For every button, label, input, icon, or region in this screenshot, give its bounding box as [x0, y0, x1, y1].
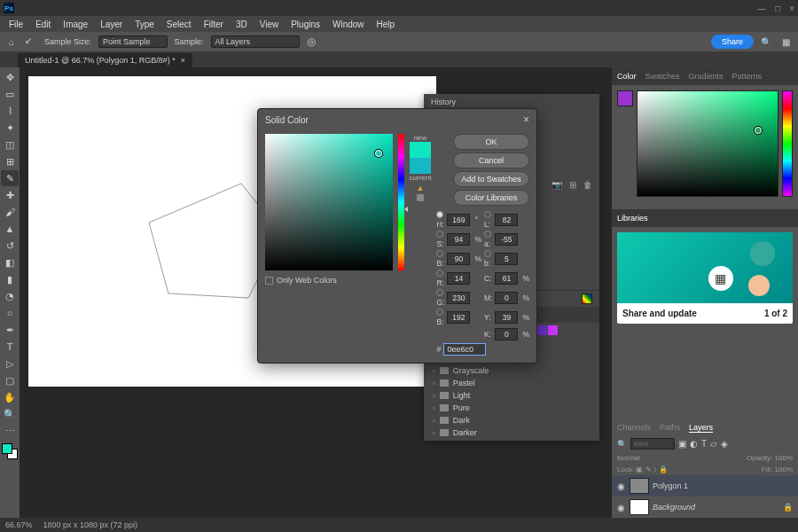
- visibility-icon[interactable]: ◉: [617, 481, 626, 491]
- menu-file[interactable]: File: [4, 18, 28, 31]
- path-tool[interactable]: ▷: [1, 356, 19, 372]
- marquee-tool[interactable]: ▭: [1, 86, 19, 102]
- library-card[interactable]: ▦ Share and update 1 of 2: [617, 232, 793, 324]
- menu-3d[interactable]: 3D: [231, 18, 253, 31]
- menu-window[interactable]: Window: [327, 18, 370, 31]
- edit-toolbar[interactable]: ⋯: [1, 423, 19, 439]
- filter-smart-icon[interactable]: ◈: [721, 439, 728, 449]
- swatch[interactable]: [548, 325, 558, 335]
- hue-slider[interactable]: [398, 134, 404, 270]
- layer-thumbnail[interactable]: [630, 478, 649, 494]
- menu-edit[interactable]: Edit: [30, 18, 56, 31]
- foreground-background-colors[interactable]: [2, 443, 18, 459]
- search-icon[interactable]: 🔍: [617, 440, 627, 449]
- document-tab[interactable]: Untitled-1 @ 66.7% (Polygon 1, RGB/8#) *…: [18, 53, 192, 67]
- gradient-tool[interactable]: ▮: [1, 271, 19, 287]
- hand-tool[interactable]: ✋: [1, 389, 19, 405]
- swatch-folder[interactable]: ›Light: [424, 389, 599, 402]
- fill-value[interactable]: 100%: [775, 466, 793, 473]
- close-window-button[interactable]: ×: [789, 4, 794, 13]
- lock-icon[interactable]: 🔒: [783, 503, 793, 512]
- tab-layers[interactable]: Layers: [689, 423, 713, 433]
- tab-channels[interactable]: Channels: [617, 423, 651, 432]
- crop-tool[interactable]: ◫: [1, 137, 19, 153]
- minimize-button[interactable]: —: [757, 4, 766, 13]
- color-libraries-button[interactable]: Color Libraries: [453, 190, 529, 206]
- zoom-level[interactable]: 66.67%: [5, 520, 33, 529]
- brush-tool[interactable]: 🖌: [1, 204, 19, 220]
- pen-tool[interactable]: ✒: [1, 322, 19, 338]
- visibility-icon[interactable]: ◉: [617, 503, 626, 512]
- type-tool[interactable]: T: [1, 339, 19, 355]
- tab-history[interactable]: History: [431, 98, 456, 106]
- hue-cursor[interactable]: [404, 207, 408, 212]
- menu-type[interactable]: Type: [129, 18, 160, 31]
- filter-type-icon[interactable]: T: [701, 439, 707, 449]
- layer-row[interactable]: ◉ Background 🔒: [612, 497, 798, 518]
- tab-paths[interactable]: Paths: [660, 423, 680, 432]
- ok-button[interactable]: OK: [453, 134, 529, 150]
- eyedropper-tool-icon[interactable]: ↙: [25, 35, 37, 48]
- g-radio[interactable]: [436, 289, 443, 296]
- swatch-folder[interactable]: ›Grayscale: [424, 364, 599, 377]
- b-radio[interactable]: [436, 250, 443, 257]
- cancel-button[interactable]: Cancel: [453, 153, 529, 168]
- blend-mode-select[interactable]: Normal: [617, 454, 640, 462]
- s-input[interactable]: [447, 233, 470, 246]
- s-radio[interactable]: [436, 231, 443, 238]
- color-field-cursor[interactable]: [755, 127, 762, 134]
- tab-swatches[interactable]: Swatches: [645, 72, 680, 81]
- m-input[interactable]: [495, 292, 518, 304]
- layer-name[interactable]: Background: [653, 503, 695, 512]
- web-safe-warning-icon[interactable]: [417, 194, 424, 201]
- r-input[interactable]: [447, 272, 470, 285]
- menu-view[interactable]: View: [254, 18, 285, 31]
- h-radio[interactable]: [436, 211, 443, 218]
- tab-patterns[interactable]: Patterns: [732, 72, 763, 81]
- sv-cursor[interactable]: [375, 150, 382, 157]
- bb-radio[interactable]: [436, 309, 443, 316]
- wand-tool[interactable]: ✦: [1, 120, 19, 136]
- new-color-swatch[interactable]: [410, 142, 431, 158]
- shape-tool[interactable]: ▢: [1, 372, 19, 388]
- zoom-tool[interactable]: 🔍: [1, 406, 19, 422]
- a-input[interactable]: [495, 233, 518, 246]
- maximize-button[interactable]: □: [775, 4, 780, 13]
- b2-input[interactable]: [495, 253, 518, 265]
- tab-gradients[interactable]: Gradients: [689, 72, 724, 81]
- current-color-swatch[interactable]: [410, 158, 431, 174]
- trash-icon[interactable]: 🗑: [583, 180, 592, 190]
- h-input[interactable]: [447, 214, 470, 226]
- filter-shape-icon[interactable]: ▱: [710, 439, 717, 449]
- swatch[interactable]: [537, 325, 547, 335]
- sample-select[interactable]: All Layers: [211, 35, 300, 48]
- dodge-tool[interactable]: ○: [1, 305, 19, 321]
- sample-size-select[interactable]: Point Sample: [98, 35, 168, 48]
- b2-radio[interactable]: [484, 250, 491, 257]
- tab-libraries[interactable]: Libraries: [617, 214, 648, 223]
- layer-thumbnail[interactable]: [630, 499, 649, 515]
- heal-tool[interactable]: ✚: [1, 187, 19, 203]
- history-brush-tool[interactable]: ↺: [1, 238, 19, 254]
- color-field[interactable]: [637, 90, 778, 197]
- new-snapshot-icon[interactable]: 📷: [552, 180, 562, 190]
- blur-tool[interactable]: ◔: [1, 288, 19, 304]
- l-radio[interactable]: [484, 211, 491, 218]
- share-button[interactable]: Share: [711, 35, 754, 49]
- layers-filter-input[interactable]: [630, 438, 675, 450]
- hex-input[interactable]: [443, 343, 486, 356]
- menu-image[interactable]: Image: [58, 18, 93, 31]
- sample-ring-icon[interactable]: ◎: [307, 35, 316, 48]
- add-to-swatches-button[interactable]: Add to Swatches: [453, 171, 529, 187]
- move-tool[interactable]: ✥: [1, 69, 19, 85]
- layer-name[interactable]: Polygon 1: [653, 481, 688, 490]
- new-doc-icon[interactable]: ⊞: [569, 180, 576, 190]
- c-input[interactable]: [495, 272, 518, 285]
- document-dimensions[interactable]: 1800 px x 1080 px (72 ppi): [43, 520, 138, 529]
- tab-color[interactable]: Color: [617, 72, 637, 81]
- menu-filter[interactable]: Filter: [199, 18, 229, 31]
- hue-slider[interactable]: [782, 90, 793, 197]
- swatch-folder[interactable]: ›Dark: [424, 414, 599, 426]
- opacity-value[interactable]: 100%: [775, 454, 793, 462]
- g-input[interactable]: [447, 292, 470, 304]
